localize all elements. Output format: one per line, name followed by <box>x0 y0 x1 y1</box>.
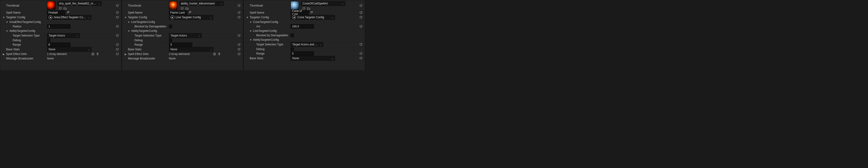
thumbnail-image[interactable] <box>169 1 177 9</box>
reset-to-default-button[interactable] <box>238 48 241 51</box>
reset-to-default-button[interactable] <box>116 43 119 46</box>
spell-name-label: Spell Name <box>6 11 21 14</box>
thumbnail-image[interactable] <box>290 1 299 9</box>
range-label: Range <box>12 43 21 46</box>
expand-arrow-icon[interactable]: ▶ <box>124 53 127 56</box>
ability-targeter-config-header: AbilityTargeterConfig <box>253 38 279 41</box>
clear-array-button[interactable] <box>96 53 99 56</box>
thumbnail-image[interactable] <box>47 1 56 9</box>
collapse-arrow-icon[interactable]: ▼ <box>3 16 5 19</box>
message-broadcaster-label: Message Broadcaster <box>6 57 33 60</box>
expand-arrow-icon[interactable]: ▶ <box>3 53 5 56</box>
reset-to-default-button[interactable] <box>238 34 241 37</box>
browse-to-asset-button[interactable] <box>63 7 67 10</box>
targeter-config-dropdown[interactable]: Cone Targeter Config⌄ <box>290 15 335 20</box>
targeter-config-dropdown[interactable]: Line Targeter Config⌄ <box>169 15 213 20</box>
chevron-down-icon: ⌄ <box>76 34 78 37</box>
reset-to-default-button[interactable] <box>238 4 241 7</box>
reset-to-default-button[interactable] <box>116 16 119 19</box>
debug-label: Debug <box>256 47 265 51</box>
sub-field-label: Radius <box>12 25 21 28</box>
reset-to-default-button[interactable] <box>116 34 119 37</box>
ability-targeter-config-header: AbilityTargeterConfig <box>9 29 35 33</box>
thumbnail-asset-dropdown[interactable]: ability_hunter_killcommand⌄ <box>179 1 224 6</box>
sub-config-header: ConeTargeterConfig <box>253 20 278 24</box>
targeter-config-label: Targeter Config <box>250 16 269 19</box>
targeter-config-dropdown[interactable]: Area Effect Targeter Config⌄ <box>47 15 91 20</box>
flag-icon[interactable] <box>189 11 192 14</box>
numeric-input[interactable]: 1 <box>47 24 70 29</box>
base-stats-dropdown[interactable]: None⌄ <box>290 56 335 61</box>
chevron-down-icon: ⌄ <box>220 2 222 5</box>
sub-config-header: LineTargeterConfig <box>131 20 155 24</box>
chevron-down-icon: ⌄ <box>98 2 100 5</box>
browse-to-asset-button[interactable] <box>185 7 189 10</box>
numeric-input[interactable]: 180.0 <box>290 24 314 29</box>
debug-label: Debug <box>12 39 21 42</box>
clear-array-button[interactable] <box>218 53 221 56</box>
thumbnail-asset-dropdown[interactable]: ConeOfColdSpellArt⌄ <box>301 1 345 6</box>
targeter-config-label: Targeter Config <box>128 16 147 19</box>
collapse-arrow-icon[interactable]: ▼ <box>249 39 252 41</box>
collapse-arrow-icon[interactable]: ▼ <box>128 21 130 23</box>
range-label: Range <box>134 43 143 46</box>
collapse-arrow-icon[interactable]: ▼ <box>124 16 127 19</box>
blocked-by-damageables-checkbox[interactable] <box>290 34 294 37</box>
reset-to-default-button[interactable] <box>116 25 119 28</box>
collapse-arrow-icon[interactable]: ▼ <box>249 21 252 23</box>
reset-to-default-button[interactable] <box>116 11 119 14</box>
reset-to-default-button[interactable] <box>360 43 363 46</box>
spell-effect-defs-label: Spell Effect Defs <box>128 53 149 56</box>
message-broadcaster-label: Message Broadcaster <box>128 57 155 60</box>
use-selected-asset-button[interactable] <box>181 7 184 10</box>
spell-name-label: Spell Name <box>250 11 264 14</box>
add-array-element-button[interactable] <box>91 53 95 56</box>
range-input[interactable]: 6 <box>47 42 70 47</box>
reset-to-default-button[interactable] <box>360 16 363 19</box>
sub-field-label: Blocked by Damageables <box>134 25 166 28</box>
spell-name-input[interactable]: Flame Lash <box>169 10 187 15</box>
target-icon <box>292 15 296 19</box>
debug-checkbox[interactable] <box>169 39 172 42</box>
collapse-arrow-icon[interactable]: ▼ <box>246 16 248 19</box>
reset-to-default-button[interactable] <box>116 4 119 7</box>
thumbnail-label: Thumbnail <box>6 4 19 7</box>
collapse-arrow-icon[interactable]: ▼ <box>6 30 8 32</box>
reset-to-default-button[interactable] <box>238 11 241 14</box>
reset-to-default-button[interactable] <box>238 53 241 56</box>
array-size-label: 2 Array elements <box>169 53 190 56</box>
chevron-down-icon: ⌄ <box>342 2 344 5</box>
use-selected-asset-button[interactable] <box>59 7 62 10</box>
collapse-arrow-icon[interactable]: ▼ <box>6 21 8 23</box>
range-input[interactable]: 5 <box>290 52 314 56</box>
debug-checkbox[interactable] <box>47 39 50 42</box>
flag-icon[interactable] <box>67 11 70 14</box>
spell-name-label: Spell Name <box>128 11 143 14</box>
reset-to-default-button[interactable] <box>360 11 363 14</box>
spell-name-input[interactable]: Fireball <box>47 10 65 15</box>
debug-checkbox[interactable] <box>290 47 294 51</box>
add-array-element-button[interactable] <box>213 53 216 56</box>
reset-to-default-button[interactable] <box>360 52 363 55</box>
collapse-arrow-icon[interactable]: ▼ <box>249 30 252 32</box>
sub-field-label: Arc <box>256 25 260 28</box>
thumbnail-asset-dropdown[interactable]: sha_spell_fire_fireball02_nightmare⌄ <box>57 1 102 6</box>
reset-to-default-button[interactable] <box>238 43 241 46</box>
base-stats-dropdown[interactable]: None⌄ <box>47 47 91 52</box>
reset-to-default-button[interactable] <box>116 53 119 56</box>
spell-name-input[interactable]: Cone of Cold <box>290 10 309 15</box>
reset-to-default-button[interactable] <box>360 25 363 28</box>
reset-to-default-button[interactable] <box>360 4 363 7</box>
blocked-by-damageables-checkbox[interactable] <box>169 25 172 28</box>
target-selection-type-dropdown[interactable]: Target Actors and Surfaces⌄ <box>290 42 323 47</box>
target-selection-type-dropdown[interactable]: Target Actors⌄ <box>169 33 202 38</box>
collapse-arrow-icon[interactable]: ▼ <box>128 30 130 32</box>
browse-to-asset-button[interactable] <box>307 7 310 10</box>
reset-to-default-button[interactable] <box>238 16 241 19</box>
flag-icon[interactable] <box>310 11 313 14</box>
reset-to-default-button[interactable] <box>360 57 363 60</box>
reset-to-default-button[interactable] <box>116 48 119 51</box>
target-selection-type-dropdown[interactable]: Target Actors⌄ <box>47 33 80 38</box>
range-input[interactable]: 3 <box>169 42 192 47</box>
base-stats-dropdown[interactable]: None⌄ <box>169 47 213 52</box>
